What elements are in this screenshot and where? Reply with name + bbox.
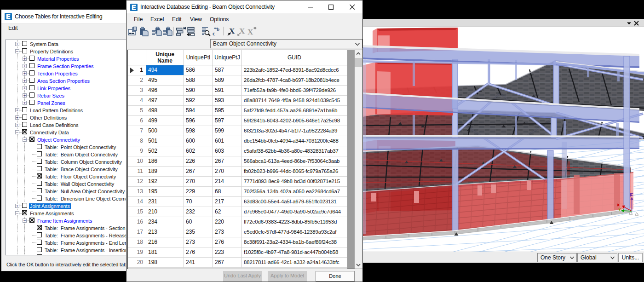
tree-item[interactable]: +Panel Zones	[6, 99, 126, 106]
tree-item[interactable]: −Frame Assignments	[6, 209, 126, 217]
grid-cell[interactable]: 267	[213, 156, 242, 167]
tree-checkbox[interactable]	[37, 232, 42, 237]
grid-cell[interactable]: 599	[213, 126, 242, 136]
tree-item-label[interactable]: Joint Assignments	[29, 203, 71, 209]
grid-row-header[interactable]: 18	[128, 237, 146, 247]
grid-cell[interactable]: 234	[146, 217, 184, 227]
grid-cell[interactable]: 229	[184, 187, 213, 197]
grid-cell[interactable]: 226	[184, 156, 213, 167]
grid-row-header[interactable]: 11	[128, 167, 146, 177]
tree-item-label[interactable]: Object Connectivity	[37, 137, 80, 143]
tree-item[interactable]: +Joint Assignments	[6, 202, 126, 209]
tree-item[interactable]: Table: Frame Assignments - End Length	[6, 239, 126, 246]
tree-item-label[interactable]: Table: Frame Assignments - End Length	[45, 240, 126, 246]
grid-row-header[interactable]: 3	[128, 86, 146, 96]
grid-cell[interactable]: 181	[146, 247, 184, 258]
tree-expander[interactable]: +	[15, 123, 19, 127]
grid-cell[interactable]: 7771d893-8ec9-49b8-bd3d-00f02871e215	[242, 177, 347, 187]
grid-cell[interactable]: 198	[146, 258, 184, 268]
tree-checkbox[interactable]	[37, 247, 42, 252]
model-3d-viewport[interactable]	[363, 27, 644, 252]
tree-item[interactable]: Table: Frame Assignments - Insertion	[6, 246, 126, 253]
tree-item[interactable]: Table: Frame Assignments - Releases	[6, 231, 126, 239]
menu-edit[interactable]: Edit	[8, 25, 18, 31]
tree-checkbox[interactable]	[37, 225, 42, 230]
grid-cell[interactable]: 601	[213, 136, 242, 146]
tree-item-label[interactable]: Table: Frame Assignments - Insertion	[45, 247, 126, 253]
tree-checkbox[interactable]	[22, 203, 27, 208]
grid-cell[interactable]: 270	[184, 177, 213, 187]
grid-cell[interactable]: 195	[146, 187, 184, 197]
tree-checkbox[interactable]	[37, 173, 42, 178]
tree-checkbox[interactable]	[29, 218, 34, 223]
tree-expander[interactable]: +	[23, 79, 27, 83]
tree-expander[interactable]: +	[23, 71, 27, 75]
grid-row-header[interactable]: 5	[128, 106, 146, 116]
grid-row-header[interactable]: 9	[128, 146, 146, 156]
tree-item-label[interactable]: Table: Frame Assignments - Local Axes	[45, 255, 126, 256]
grid-row-header[interactable]: 6	[128, 116, 146, 126]
tree-checkbox[interactable]	[37, 254, 42, 255]
edit-form-icon[interactable]	[127, 26, 138, 36]
grid-cell[interactable]: f1025f8c-4b97-47a8-981d-ac447b004b58	[242, 247, 347, 258]
done-button[interactable]: Done	[316, 271, 355, 282]
grid-cell[interactable]: 71efb52a-fa9b-4fe0-bbd6-39f4729de926	[242, 86, 347, 96]
grid-cell[interactable]: 70	[184, 197, 213, 207]
grid-cell[interactable]: 232	[184, 207, 213, 217]
tree-item-label[interactable]: Panel Zones	[37, 100, 65, 106]
paste-icon[interactable]	[139, 26, 149, 36]
tree-item-label[interactable]: Frame Assignments	[30, 211, 74, 216]
tree-checkbox[interactable]	[37, 240, 42, 245]
tree-checkbox[interactable]	[37, 196, 42, 201]
tree-expander[interactable]: +	[15, 115, 19, 120]
coord-system-dropdown[interactable]: Global	[577, 253, 617, 262]
tree-item-label[interactable]: Table: Dimension Line Object Geometry	[45, 196, 126, 201]
tree-checkbox[interactable]	[22, 41, 27, 46]
menu-file[interactable]: File	[134, 16, 143, 23]
grid-cell[interactable]: 497	[146, 96, 184, 106]
grid-cell[interactable]: 499	[146, 116, 184, 126]
grid-row-header[interactable]: 7	[128, 126, 146, 136]
find-icon[interactable]	[201, 26, 211, 36]
grid-row-header[interactable]: 14	[128, 197, 146, 207]
grid-cell[interactable]: 214	[213, 177, 242, 187]
tree-expander[interactable]: +	[23, 57, 27, 61]
grid-cell[interactable]: 588	[184, 75, 213, 86]
units-button[interactable]: Units...	[618, 253, 643, 262]
grid-cell[interactable]: 267	[184, 167, 213, 177]
tree-item-label[interactable]: Load Case Definitions	[30, 122, 79, 128]
tree-item-label[interactable]: Frame Section Properties	[37, 63, 93, 69]
tree-item-label[interactable]: Material Properties	[37, 56, 79, 62]
grid-cell[interactable]: 8c38f691-23a2-4334-ba1b-6aef86f24c38	[242, 237, 347, 247]
table-selector-dropdown[interactable]: Beam Object Connectivity	[210, 39, 362, 48]
tree-checkbox[interactable]	[29, 56, 34, 61]
tree-item[interactable]: Table: Column Object Connectivity	[6, 158, 126, 165]
scroll-down-button[interactable]	[355, 261, 362, 269]
scroll-thumb[interactable]	[355, 58, 362, 67]
tree-item[interactable]: Table: Point Object Connectivity	[6, 143, 126, 150]
tree-item[interactable]: +Material Properties	[6, 55, 126, 62]
tree-item-label[interactable]: Table: Point Object Connectivity	[45, 144, 116, 150]
tree-checkbox[interactable]	[37, 166, 42, 171]
grid-cell[interactable]: d7c965e0-0477-49d0-9a90-502ac9c7d644	[242, 207, 347, 217]
tree-item[interactable]: +Rebar Sizes	[6, 92, 126, 99]
tree-checkbox[interactable]	[22, 210, 27, 215]
tree-checkbox[interactable]	[22, 129, 27, 134]
replace-cb-icon[interactable]: cb	[212, 26, 222, 36]
tree-item-label[interactable]: Other Definitions	[30, 115, 67, 121]
grid-cell[interactable]: fb02b023-b996-44dc-8065-fc979a765a26	[242, 167, 347, 177]
grid-cell[interactable]: 592	[184, 96, 213, 106]
tree-item-label[interactable]: Table: Null Area Object Connectivity	[45, 189, 125, 194]
tree-item[interactable]: Table: Brace Object Connectivity	[6, 165, 126, 173]
tree-item-label[interactable]: Frame Item Assignments	[37, 218, 92, 224]
tree-checkbox[interactable]	[29, 78, 34, 83]
tree-expander[interactable]: −	[23, 138, 27, 142]
tree-item-label[interactable]: Table: Brace Object Connectivity	[45, 167, 118, 172]
grid-row-header[interactable]: 2	[128, 75, 146, 86]
grid-cell[interactable]: 591	[213, 86, 242, 96]
grid-cell[interactable]: dbc154bb-0feb-4094-a344-7031200fe488	[242, 136, 347, 146]
tree-item[interactable]: −Property Definitions	[6, 47, 126, 55]
paste-insert-icon[interactable]	[152, 26, 162, 36]
menu-view[interactable]: View	[190, 16, 202, 23]
tree-expander[interactable]: −	[23, 219, 27, 223]
